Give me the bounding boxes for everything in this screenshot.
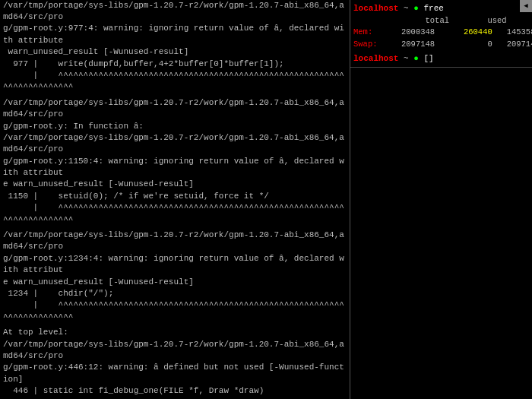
terminal-line: g/gpm-root.y:1234:4: warning: ignoring r… <box>3 253 347 277</box>
terminal-line: | ^^^^^^^^^^^^^^^^^^^^^^^^^^^^^^^^^^^^^^… <box>3 299 347 323</box>
free-swap-row: Swap: 2097148 0 2097148 <box>353 39 529 51</box>
terminal-line: e warn_unused_result [-Wunused-result] <box>3 277 347 288</box>
terminal-line: e warn_unused_result [-Wunused-result] <box>3 179 347 190</box>
terminal-line: | ^^^^^^^^^^^^^^^^^^^^^^^^^^^^^^^^^^^^^^… <box>3 202 347 226</box>
left-terminal[interactable]: ^^^^^^^^^^^^^^^^^^^^^^^^^^^^^^^^^^^^^^^^… <box>0 0 350 399</box>
cmd2-label: [] <box>423 54 433 63</box>
terminal-line: /var/tmp/portage/sys-libs/gpm-1.20.7-r2/… <box>3 339 347 363</box>
right-bottom-terminal[interactable] <box>350 68 532 399</box>
prompt-tilde: ~ <box>404 4 409 13</box>
terminal-line: 446 | static int fi_debug_one(FILE *f, D… <box>3 385 347 397</box>
prompt2-sym: ~ <box>404 54 409 63</box>
scroll-arrow-button[interactable]: ◀ <box>520 0 532 12</box>
terminal-line: 977 | write(dumpfd,buffer,4+2*buffer[0]*… <box>3 59 347 70</box>
terminal-line: /var/tmp/portage/sys-libs/gpm-1.20.7-r2/… <box>3 0 347 23</box>
terminal-line: At top level: <box>3 327 347 338</box>
terminal-line: g/gpm-root.y:1150:4: warning: ignoring r… <box>3 156 347 179</box>
terminal-line: g/gpm-root.y:977:4: warning: ignoring re… <box>3 23 347 46</box>
terminal-line: 1150 | setuid(0); /* if we're setuid, fo… <box>3 191 347 202</box>
terminal-line: /var/tmp/portage/sys-libs/gpm-1.20.7-r2/… <box>3 230 347 253</box>
right-panel: ◀ localhost ~ ● free total used free sh … <box>350 0 532 399</box>
terminal-line: warn_unused_result [-Wunused-result] <box>3 46 347 58</box>
free-table-header: total used free sh <box>353 15 529 27</box>
terminal-line: /var/tmp/portage/sys-libs/gpm-1.20.7-r2/… <box>3 132 347 156</box>
free-bullet: ● <box>413 4 419 13</box>
terminal-line: 1234 | chdir("/"); <box>3 288 347 299</box>
free-command-label: free <box>423 4 443 13</box>
hostname2-label: localhost <box>353 54 398 63</box>
bullet2: ● <box>413 54 419 63</box>
terminal-line: g/gpm-root.y:446:12: warning: â defined … <box>3 362 347 385</box>
free-mem-row: Mem: 2000348 260440 1453588 <box>353 27 529 39</box>
terminal-line: g/gpm-root.y: In function â: <box>3 121 347 132</box>
hostname-label: localhost <box>353 4 398 13</box>
terminal-line: /var/tmp/portage/sys-libs/gpm-1.20.7-r2/… <box>3 97 347 121</box>
terminal-line: | ^^^^^^^^^^^^^^^^^^^^^^^^^^^^^^^^^^^^^^… <box>3 70 347 93</box>
